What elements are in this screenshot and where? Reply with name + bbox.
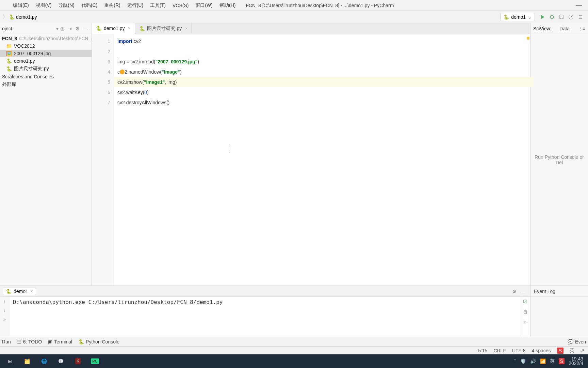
tool-tab-python-console[interactable]: 🐍Python Console bbox=[78, 339, 119, 344]
status-indent[interactable]: 4 spaces bbox=[532, 348, 551, 353]
tray-volume-icon[interactable]: 🔊 bbox=[530, 358, 536, 364]
menu-item-help[interactable]: 帮助(H) bbox=[216, 1, 239, 10]
status-line-separator[interactable]: CRLF bbox=[493, 348, 506, 353]
sciview-placeholder: Run Python Console or Del bbox=[530, 34, 588, 286]
editor-area: 🐍 demo1.py × 🐍 图片尺寸研究.py × 1234567 impor… bbox=[92, 23, 530, 286]
tree-folder-voc2012[interactable]: 📁 VOC2012 bbox=[0, 42, 92, 50]
navigation-bar: 〉 🐍 demo1.py 🐍 demo1 ⌄ bbox=[0, 11, 588, 23]
project-dropdown-icon[interactable]: ▾ bbox=[56, 26, 59, 31]
menu-item-edit[interactable]: 编辑(E) bbox=[10, 1, 32, 10]
collapse-icon[interactable]: ⇥ bbox=[68, 26, 72, 31]
menu-item-file[interactable] bbox=[3, 4, 10, 7]
sciview-panel: SciView: Data ⋮≡ Run Python Console or D… bbox=[530, 23, 588, 286]
editor-tab-demo1[interactable]: 🐍 demo1.py × bbox=[92, 23, 135, 34]
menu-item-window[interactable]: 窗口(W) bbox=[192, 1, 216, 10]
python-file-icon: 🐍 bbox=[6, 66, 12, 72]
tree-external-libs[interactable]: 外部库 bbox=[0, 80, 92, 89]
search-everywhere-button[interactable] bbox=[577, 13, 584, 21]
tray-wifi-icon[interactable]: 📶 bbox=[540, 358, 546, 364]
hide-icon[interactable]: — bbox=[83, 26, 88, 31]
run-config-dropdown[interactable]: 🐍 demo1 ⌄ bbox=[500, 13, 535, 21]
tray-chevron-icon[interactable]: ˄ bbox=[514, 358, 516, 364]
code-editor[interactable]: 1234567 import cv2img = cv2.imread("2007… bbox=[92, 34, 530, 286]
breadcrumb-sep-icon: 〉 bbox=[3, 14, 7, 20]
taskbar-explorer[interactable]: 🗂️ bbox=[19, 355, 35, 367]
window-title: FCN_8 [C:\Users\lirunzhou\Desktop\FCN_8]… bbox=[246, 3, 572, 8]
status-bar: 5:15 CRLF UTF-8 4 spaces S 英 ↗ bbox=[0, 346, 588, 354]
line-gutter: 1234567 bbox=[92, 34, 114, 286]
status-notif-icon[interactable]: ↗ bbox=[581, 348, 585, 353]
scroll-up-icon[interactable]: ↑ bbox=[3, 299, 6, 304]
menu-item-run[interactable]: 运行(U) bbox=[124, 1, 147, 10]
menu-item-view[interactable]: 视图(V) bbox=[32, 1, 55, 10]
expand-icon[interactable]: » bbox=[524, 319, 527, 325]
chevron-down-icon: ⌄ bbox=[528, 14, 532, 20]
project-title: oject bbox=[2, 26, 55, 31]
project-tool-window: oject ▾ ◎ ⇥ ⚙ — FCN_8 C:\Users\lirunzhou… bbox=[0, 23, 92, 286]
close-icon[interactable]: × bbox=[185, 26, 187, 31]
minimize-button[interactable]: — bbox=[572, 2, 585, 9]
menu-item-refactor[interactable]: 重构(R) bbox=[101, 1, 124, 10]
trash-icon[interactable]: 🗑 bbox=[523, 309, 528, 315]
tool-tab-run[interactable]: Run bbox=[2, 339, 11, 344]
tree-scratches[interactable]: Scratches and Consoles bbox=[0, 73, 92, 80]
menu-item-tools[interactable]: 工具(T) bbox=[147, 1, 169, 10]
run-tab[interactable]: 🐍 demo1 × bbox=[3, 288, 36, 295]
run-settings-icon[interactable]: ⚙ bbox=[512, 289, 517, 294]
run-button[interactable] bbox=[539, 13, 546, 21]
run-tool-window: 🐍 demo1 × ⚙ — ↑ ↓ » D:\anaconda\python.e… bbox=[0, 286, 588, 337]
sciview-menu-icon[interactable]: ⋮≡ bbox=[578, 26, 585, 31]
check-icon[interactable]: ☑ bbox=[523, 299, 527, 304]
status-encoding[interactable]: UTF-8 bbox=[512, 348, 526, 353]
warning-marker[interactable] bbox=[527, 37, 529, 40]
file-icon: 🖼️ bbox=[6, 51, 12, 56]
debug-button[interactable] bbox=[548, 13, 556, 21]
tree-file-research[interactable]: 🐍 图片尺寸研究.py bbox=[0, 65, 92, 73]
tree-file-demo1[interactable]: 🐍 demo1.py bbox=[0, 57, 92, 65]
tool-tab-todo[interactable]: ☰6: TODO bbox=[17, 339, 42, 344]
taskbar-pycharm[interactable]: PC bbox=[87, 355, 103, 367]
event-log-title: Event Log bbox=[530, 286, 588, 297]
gear-icon[interactable]: ⚙ bbox=[75, 26, 80, 31]
taskbar-app-k[interactable]: K bbox=[70, 355, 86, 367]
locate-icon[interactable]: ◎ bbox=[60, 26, 64, 31]
taskbar-chrome[interactable]: 🌐 bbox=[36, 355, 52, 367]
menu-item-code[interactable]: 代码(C) bbox=[78, 1, 101, 10]
close-icon[interactable]: × bbox=[30, 289, 33, 294]
sciview-data-tab[interactable]: Data bbox=[557, 25, 572, 32]
folder-icon: 📁 bbox=[6, 43, 12, 49]
menu-bar: 编辑(E) 视图(V) 导航(N) 代码(C) 重构(R) 运行(U) 工具(T… bbox=[0, 0, 588, 11]
python-file-icon: 🐍 bbox=[6, 58, 12, 64]
intention-bulb-icon[interactable] bbox=[120, 70, 125, 74]
run-hide-icon[interactable]: — bbox=[521, 289, 525, 294]
project-tree[interactable]: FCN_8 C:\Users\lirunzhou\Desktop\FCN_...… bbox=[0, 34, 92, 286]
tray-security-icon[interactable]: 🛡️ bbox=[520, 358, 526, 364]
coverage-button[interactable] bbox=[558, 13, 565, 21]
profile-button[interactable] bbox=[567, 13, 575, 21]
editor-tabs: 🐍 demo1.py × 🐍 图片尺寸研究.py × bbox=[92, 23, 530, 34]
close-icon[interactable]: × bbox=[128, 26, 130, 31]
taskbar-edge[interactable]: 🅔 bbox=[53, 355, 69, 367]
tray-ime[interactable]: S bbox=[559, 358, 565, 364]
tool-tab-event-log[interactable]: 💬Even bbox=[568, 339, 586, 344]
status-ime-badge[interactable]: S bbox=[557, 348, 564, 354]
tray-lang[interactable]: 英 bbox=[550, 358, 555, 364]
scroll-down-icon[interactable]: ↓ bbox=[3, 308, 6, 313]
event-log-panel: Event Log bbox=[530, 286, 588, 337]
tree-file-image[interactable]: 🖼️ 2007_000129.jpg bbox=[0, 50, 92, 57]
taskbar-start-button[interactable]: ⊞ bbox=[2, 355, 18, 367]
status-cursor[interactable]: 5:15 bbox=[478, 348, 487, 353]
menu-item-vcs[interactable]: VCS(S) bbox=[169, 1, 192, 10]
menu-item-navigate[interactable]: 导航(N) bbox=[55, 1, 78, 10]
more-icon[interactable]: » bbox=[3, 317, 6, 322]
tree-root[interactable]: FCN_8 C:\Users\lirunzhou\Desktop\FCN_... bbox=[0, 35, 92, 42]
sciview-title: SciView: bbox=[533, 26, 551, 31]
editor-tab-research[interactable]: 🐍 图片尺寸研究.py × bbox=[135, 23, 192, 34]
svg-point-0 bbox=[550, 15, 554, 19]
status-lang[interactable]: 英 bbox=[570, 348, 574, 354]
tray-date[interactable]: 2022/4 bbox=[569, 361, 583, 366]
tool-tab-terminal[interactable]: ▣Terminal bbox=[48, 339, 72, 344]
run-output[interactable]: D:\anaconda\python.exe C:/Users/lirunzho… bbox=[10, 297, 520, 337]
bottom-tool-tabs: Run ☰6: TODO ▣Terminal 🐍Python Console 💬… bbox=[0, 337, 588, 346]
breadcrumb-file[interactable]: demo1.py bbox=[16, 14, 37, 20]
